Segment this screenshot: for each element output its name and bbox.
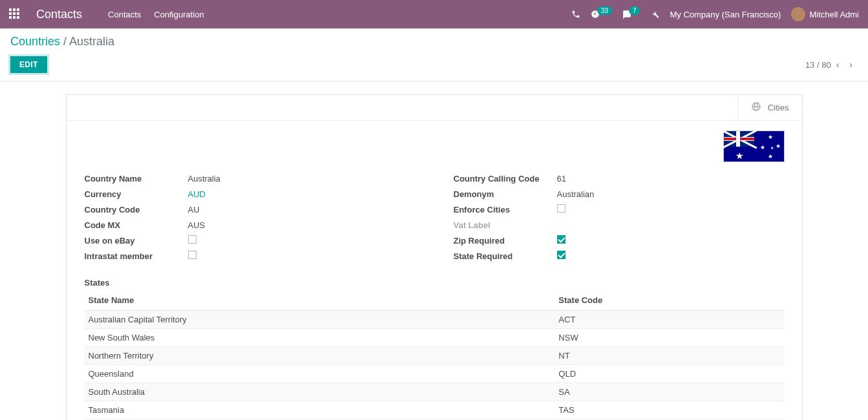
value-calling-code: 61 — [557, 174, 566, 184]
label-country-code: Country Code — [85, 205, 188, 215]
label-zip-required: Zip Required — [454, 236, 557, 246]
state-name-cell: Queensland — [85, 365, 555, 383]
breadcrumb-sep: / — [63, 35, 69, 48]
nav-menu-configuration[interactable]: Configuration — [154, 10, 204, 19]
states-header-code[interactable]: State Code — [555, 290, 783, 311]
checkbox-use-ebay[interactable] — [188, 235, 196, 244]
states-section-title: States — [67, 266, 802, 290]
pager-prev-icon[interactable]: ‹ — [831, 57, 845, 72]
table-row[interactable]: South AustraliaSA — [85, 383, 784, 401]
label-code-mx: Code MX — [85, 220, 188, 230]
value-country-name: Australia — [188, 174, 221, 184]
top-navbar: Contacts Contacts Configuration 33 7 My … — [0, 0, 868, 28]
states-header-name[interactable]: State Name — [85, 290, 555, 311]
left-column: Country NameAustralia CurrencyAUD Countr… — [85, 171, 415, 264]
breadcrumb: Countries / Australia — [10, 35, 858, 48]
checkbox-state-required[interactable] — [557, 251, 566, 259]
checkbox-enforce-cities[interactable] — [557, 204, 566, 213]
value-demonym: Australian — [557, 189, 595, 199]
label-calling-code: Country Calling Code — [454, 174, 557, 184]
checkbox-intrastat[interactable] — [188, 251, 196, 259]
state-name-cell: Australian Capital Territory — [85, 311, 555, 329]
table-row[interactable]: TasmaniaTAS — [85, 401, 784, 419]
label-country-name: Country Name — [85, 174, 188, 184]
label-enforce-cities: Enforce Cities — [454, 205, 557, 215]
button-box: Cities — [67, 95, 802, 121]
user-menu[interactable]: Mitchell Admi — [791, 7, 859, 21]
cities-stat-label: Cities — [768, 103, 789, 112]
activity-icon[interactable]: 33 — [591, 10, 612, 19]
state-code-cell: ACT — [555, 311, 783, 329]
breadcrumb-current: Australia — [69, 35, 114, 48]
checkbox-zip-required[interactable] — [557, 235, 566, 244]
table-row[interactable]: QueenslandQLD — [85, 365, 784, 383]
company-switcher[interactable]: My Company (San Francisco) — [670, 10, 781, 19]
state-name-cell: Tasmania — [85, 401, 555, 419]
label-currency: Currency — [85, 189, 188, 199]
avatar — [791, 7, 805, 21]
table-row[interactable]: Northern TerritoryNT — [85, 347, 784, 365]
value-code-mx: AUS — [188, 220, 206, 230]
state-code-cell: QLD — [555, 365, 783, 383]
globe-icon — [751, 101, 761, 114]
app-brand[interactable]: Contacts — [36, 8, 82, 21]
state-name-cell: New South Wales — [85, 329, 555, 347]
breadcrumb-parent[interactable]: Countries — [10, 35, 60, 48]
value-currency[interactable]: AUD — [188, 189, 206, 199]
pager-pos: 13 — [805, 60, 814, 70]
right-column: Country Calling Code61 DemonymAustralian… — [454, 171, 784, 264]
control-panel: Countries / Australia EDIT 13 / 80 ‹ › — [0, 28, 868, 81]
debug-icon[interactable] — [650, 10, 659, 19]
pager: 13 / 80 ‹ › — [805, 57, 858, 72]
state-code-cell: SA — [555, 383, 783, 401]
activity-badge: 33 — [597, 6, 612, 15]
label-state-required: State Required — [454, 251, 557, 261]
state-name-cell: South Australia — [85, 383, 555, 401]
pager-total: 80 — [821, 60, 831, 70]
value-country-code: AU — [188, 205, 200, 215]
state-code-cell: NSW — [555, 329, 783, 347]
label-intrastat: Intrastat member — [85, 251, 188, 261]
country-flag: ★ ★ ★ ★ ★ ★ — [724, 131, 784, 162]
state-code-cell: TAS — [555, 401, 783, 419]
states-table: State Name State Code Australian Capital… — [85, 290, 784, 419]
edit-button[interactable]: EDIT — [10, 56, 47, 73]
discuss-icon[interactable]: 7 — [622, 10, 640, 19]
pager-next-icon[interactable]: › — [844, 57, 858, 72]
state-name-cell: Northern Territory — [85, 347, 555, 365]
table-row[interactable]: Australian Capital TerritoryACT — [85, 311, 784, 329]
nav-menu-contacts[interactable]: Contacts — [108, 10, 141, 19]
label-use-ebay: Use on eBay — [85, 236, 188, 246]
label-demonym: Demonym — [454, 189, 557, 199]
table-row[interactable]: New South WalesNSW — [85, 329, 784, 347]
user-name: Mitchell Admi — [809, 10, 859, 19]
state-code-cell: NT — [555, 347, 783, 365]
discuss-badge: 7 — [629, 6, 640, 15]
label-vat-label: Vat Label — [454, 220, 557, 230]
phone-icon[interactable] — [571, 10, 580, 19]
cities-stat-button[interactable]: Cities — [737, 95, 802, 120]
apps-icon[interactable] — [9, 8, 21, 20]
form-sheet: Cities ★ ★ ★ ★ ★ ★ Country NameAustralia… — [66, 94, 803, 420]
